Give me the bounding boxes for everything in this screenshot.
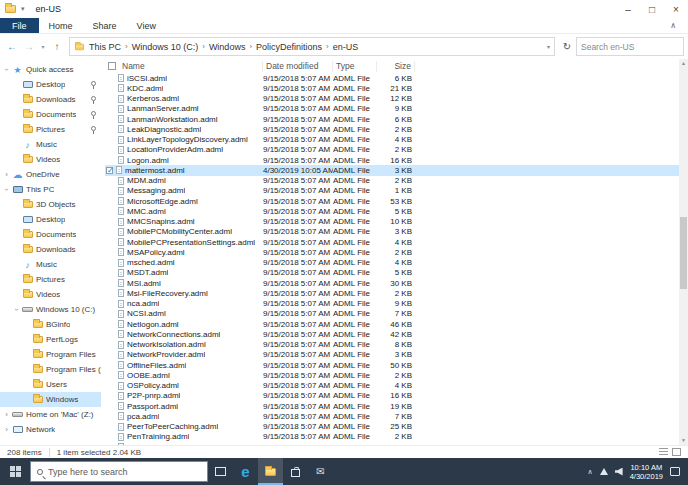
file-row[interactable]: Messaging.adml9/15/2018 5:07 AMADML File… — [105, 186, 679, 196]
file-row[interactable]: OfflineFiles.adml9/15/2018 5:07 AMADML F… — [105, 360, 679, 370]
sidebar-item-pictures[interactable]: Pictures — [0, 272, 101, 287]
details-view-button[interactable] — [659, 448, 668, 456]
scrollbar-thumb[interactable] — [680, 217, 687, 289]
file-row[interactable]: MobilePCMobilityCenter.adml9/15/2018 5:0… — [105, 227, 679, 237]
sidebar-item-windows-10-c[interactable]: ›Windows 10 (C:) — [0, 302, 101, 317]
sidebar-item-desktop[interactable]: Desktop — [0, 212, 101, 227]
file-row[interactable]: Logon.adml9/15/2018 5:07 AMADML File16 K… — [105, 155, 679, 165]
sidebar-item-music[interactable]: ♪Music — [0, 257, 101, 272]
chevron-collapsed-icon[interactable]: › — [2, 410, 11, 419]
file-row[interactable]: nca.adml9/15/2018 5:07 AMADML File9 KB — [105, 299, 679, 309]
file-row[interactable]: MDM.adml9/15/2018 5:07 AMADML File2 KB — [105, 176, 679, 186]
file-row[interactable]: LocationProviderAdm.adml9/15/2018 5:07 A… — [105, 145, 679, 155]
forward-button[interactable]: → — [21, 41, 37, 52]
recent-locations-chevron-icon[interactable]: ▾ — [38, 43, 48, 50]
file-row[interactable]: Kerberos.adml9/15/2018 5:07 AMADML File1… — [105, 94, 679, 104]
file-row[interactable]: PeerToPeerCaching.adml9/15/2018 5:07 AMA… — [105, 422, 679, 432]
sidebar-item-quick-access[interactable]: ›★Quick access — [0, 62, 101, 77]
sidebar-item-this-pc[interactable]: ›This PC — [0, 182, 101, 197]
file-row[interactable]: OOBE.adml9/15/2018 5:07 AMADML File2 KB — [105, 370, 679, 380]
file-row[interactable]: MMCSnapins.adml9/15/2018 5:07 AMADML Fil… — [105, 217, 679, 227]
breadcrumb-item-en-us[interactable]: en-US — [331, 42, 361, 52]
sidebar-item-desktop[interactable]: Desktop — [0, 77, 101, 92]
address-bar[interactable]: This PC›Windows 10 (C:)›Windows›PolicyDe… — [69, 37, 555, 56]
sidebar-item-downloads[interactable]: Downloads — [0, 92, 101, 107]
sidebar-item-users[interactable]: Users — [0, 377, 101, 392]
column-header-size[interactable]: Size — [377, 61, 415, 72]
breadcrumb-item-windows[interactable]: Windows — [207, 42, 248, 52]
sidebar-item-videos[interactable]: Videos — [0, 152, 101, 167]
sidebar-item-home-on-mac-z[interactable]: ›Home on 'Mac' (Z:) — [0, 407, 101, 422]
column-header-date[interactable]: Date modified — [263, 61, 333, 72]
refresh-button[interactable]: ↻ — [559, 41, 575, 52]
tab-home[interactable]: Home — [39, 18, 83, 33]
file-row[interactable]: NCSI.adml9/15/2018 5:07 AMADML File7 KB — [105, 309, 679, 319]
header-checkbox[interactable] — [108, 62, 116, 70]
scroll-down-icon[interactable]: ▼ — [679, 436, 688, 445]
show-hidden-icons-button[interactable]: ∧ — [588, 468, 593, 476]
sidebar-item-downloads[interactable]: Downloads — [0, 242, 101, 257]
tab-file[interactable]: File — [0, 18, 39, 33]
file-row[interactable]: mattermost.adml4/30/2019 10:05 AMADML Fi… — [105, 165, 679, 175]
file-row[interactable]: LinkLayerTopologyDiscovery.adml9/15/2018… — [105, 135, 679, 145]
sidebar-item-bginfo[interactable]: BGinfo — [0, 317, 101, 332]
chevron-expanded-icon[interactable]: › — [2, 185, 11, 194]
sidebar-item-music[interactable]: ♪Music — [0, 137, 101, 152]
minimize-button[interactable]: – — [616, 0, 640, 18]
thumbnails-view-button[interactable] — [672, 448, 681, 456]
maximize-button[interactable]: □ — [640, 0, 664, 18]
file-row[interactable]: NetworkConnections.adml9/15/2018 5:07 AM… — [105, 329, 679, 339]
sidebar-item-network[interactable]: ›Network — [0, 422, 101, 437]
breadcrumb-item-windows-10-c[interactable]: Windows 10 (C:) — [130, 42, 201, 52]
file-row[interactable]: NetworkProvider.adml9/15/2018 5:07 AMADM… — [105, 350, 679, 360]
back-button[interactable]: ← — [4, 41, 20, 52]
action-center-button[interactable] — [670, 467, 680, 476]
file-row[interactable]: MSDT.adml9/15/2018 5:07 AMADML File5 KB — [105, 268, 679, 278]
chevron-collapsed-icon[interactable]: › — [2, 425, 11, 434]
column-header-type[interactable]: Type — [333, 61, 377, 72]
chevron-collapsed-icon[interactable]: › — [2, 170, 11, 179]
sidebar-item-program-files-x86[interactable]: Program Files (x86) — [0, 362, 101, 377]
file-row[interactable]: PerformanceDiagnostics.adml9/15/2018 5:0… — [105, 442, 679, 445]
breadcrumb-item-policydefinitions[interactable]: PolicyDefinitions — [254, 42, 324, 52]
store-button[interactable] — [283, 458, 308, 485]
file-row[interactable]: Passport.adml9/15/2018 5:07 AMADML File1… — [105, 401, 679, 411]
chevron-expanded-icon[interactable]: › — [12, 305, 21, 314]
file-row[interactable]: LanmanWorkstation.adml9/15/2018 5:07 AMA… — [105, 114, 679, 124]
vertical-scrollbar[interactable]: ▲ ▼ — [679, 59, 688, 445]
chevron-expanded-icon[interactable]: › — [2, 65, 11, 74]
expand-ribbon-icon[interactable]: ∧ — [670, 18, 688, 33]
file-row[interactable]: LeakDiagnostic.adml9/15/2018 5:07 AMADML… — [105, 124, 679, 134]
file-row[interactable]: Netlogon.adml9/15/2018 5:07 AMADML File4… — [105, 319, 679, 329]
file-row[interactable]: MSI.adml9/15/2018 5:07 AMADML File30 KB — [105, 278, 679, 288]
sidebar-item-onedrive[interactable]: ›☁OneDrive — [0, 167, 101, 182]
file-row[interactable]: KDC.adml9/15/2018 5:07 AMADML File21 KB — [105, 83, 679, 93]
file-row[interactable]: Msi-FileRecovery.adml9/15/2018 5:07 AMAD… — [105, 288, 679, 298]
file-row[interactable]: PenTraining.adml9/15/2018 5:07 AMADML Fi… — [105, 432, 679, 442]
taskbar-search[interactable]: Type here to search — [30, 461, 208, 482]
breadcrumb-item-this-pc[interactable]: This PC — [87, 42, 123, 52]
close-button[interactable]: × — [664, 0, 688, 18]
file-row[interactable]: NetworkIsolation.adml9/15/2018 5:07 AMAD… — [105, 340, 679, 350]
tab-view[interactable]: View — [127, 18, 166, 33]
up-button[interactable]: ↑ — [49, 41, 65, 52]
edge-button[interactable]: e — [233, 458, 258, 485]
sidebar-item-documents[interactable]: Documents — [0, 107, 101, 122]
network-icon[interactable] — [600, 468, 608, 475]
file-row[interactable]: msched.adml9/15/2018 5:07 AMADML File4 K… — [105, 258, 679, 268]
file-row[interactable]: MobilePCPresentationSettings.adml9/15/20… — [105, 237, 679, 247]
column-header-name[interactable]: Name — [105, 61, 263, 72]
sidebar-item-documents[interactable]: Documents — [0, 227, 101, 242]
file-row[interactable]: OSPolicy.adml9/15/2018 5:07 AMADML File4… — [105, 381, 679, 391]
quick-access-toolbar-chevron-icon[interactable]: ▾ — [21, 5, 25, 13]
file-row[interactable]: P2P-pnrp.adml9/15/2018 5:07 AMADML File1… — [105, 391, 679, 401]
file-row[interactable]: MMC.adml9/15/2018 5:07 AMADML File5 KB — [105, 206, 679, 216]
start-button[interactable] — [0, 458, 30, 485]
taskbar-clock[interactable]: 10:10 AM 4/30/2019 — [630, 463, 663, 481]
sidebar-item-windows[interactable]: Windows — [0, 392, 101, 407]
tab-share[interactable]: Share — [83, 18, 127, 33]
sidebar-item-program-files[interactable]: Program Files — [0, 347, 101, 362]
file-row[interactable]: LanmanServer.adml9/15/2018 5:07 AMADML F… — [105, 104, 679, 114]
address-dropdown-icon[interactable]: ▾ — [547, 43, 550, 50]
row-checkbox[interactable] — [106, 167, 113, 174]
